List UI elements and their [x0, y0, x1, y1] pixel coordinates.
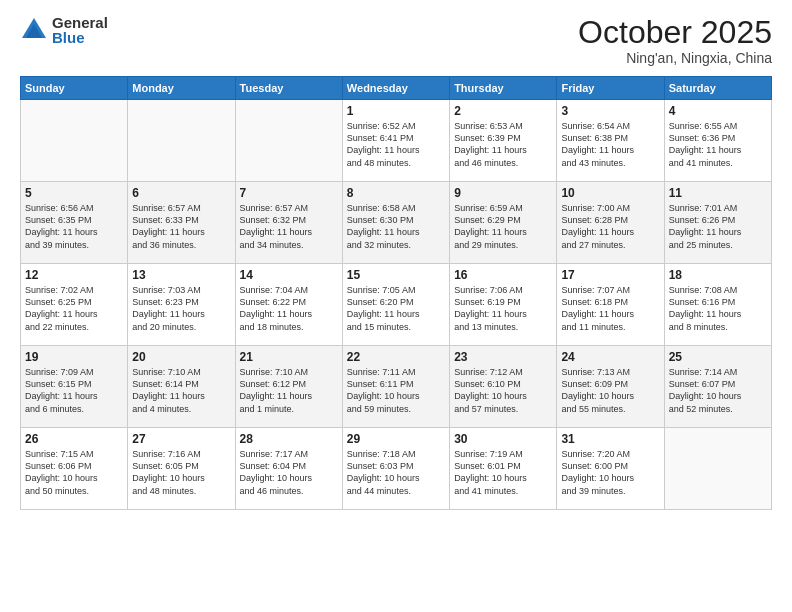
day-cell: 26Sunrise: 7:15 AM Sunset: 6:06 PM Dayli…	[21, 428, 128, 510]
day-number: 13	[132, 268, 230, 282]
day-number: 10	[561, 186, 659, 200]
day-cell: 23Sunrise: 7:12 AM Sunset: 6:10 PM Dayli…	[450, 346, 557, 428]
logo-icon	[20, 16, 48, 44]
day-number: 4	[669, 104, 767, 118]
day-number: 9	[454, 186, 552, 200]
day-info: Sunrise: 7:01 AM Sunset: 6:26 PM Dayligh…	[669, 202, 767, 251]
day-cell	[664, 428, 771, 510]
day-info: Sunrise: 7:02 AM Sunset: 6:25 PM Dayligh…	[25, 284, 123, 333]
logo-blue-label: Blue	[52, 30, 108, 45]
day-info: Sunrise: 7:07 AM Sunset: 6:18 PM Dayligh…	[561, 284, 659, 333]
day-number: 16	[454, 268, 552, 282]
header-day-thursday: Thursday	[450, 77, 557, 100]
day-number: 27	[132, 432, 230, 446]
day-info: Sunrise: 7:05 AM Sunset: 6:20 PM Dayligh…	[347, 284, 445, 333]
week-row-2: 5Sunrise: 6:56 AM Sunset: 6:35 PM Daylig…	[21, 182, 772, 264]
day-number: 28	[240, 432, 338, 446]
day-cell: 22Sunrise: 7:11 AM Sunset: 6:11 PM Dayli…	[342, 346, 449, 428]
day-cell: 8Sunrise: 6:58 AM Sunset: 6:30 PM Daylig…	[342, 182, 449, 264]
day-cell: 17Sunrise: 7:07 AM Sunset: 6:18 PM Dayli…	[557, 264, 664, 346]
day-number: 23	[454, 350, 552, 364]
day-info: Sunrise: 6:58 AM Sunset: 6:30 PM Dayligh…	[347, 202, 445, 251]
day-cell: 29Sunrise: 7:18 AM Sunset: 6:03 PM Dayli…	[342, 428, 449, 510]
day-number: 11	[669, 186, 767, 200]
header-row: SundayMondayTuesdayWednesdayThursdayFrid…	[21, 77, 772, 100]
day-number: 29	[347, 432, 445, 446]
header-day-sunday: Sunday	[21, 77, 128, 100]
day-cell: 5Sunrise: 6:56 AM Sunset: 6:35 PM Daylig…	[21, 182, 128, 264]
day-info: Sunrise: 7:13 AM Sunset: 6:09 PM Dayligh…	[561, 366, 659, 415]
day-info: Sunrise: 7:18 AM Sunset: 6:03 PM Dayligh…	[347, 448, 445, 497]
day-number: 22	[347, 350, 445, 364]
day-info: Sunrise: 7:12 AM Sunset: 6:10 PM Dayligh…	[454, 366, 552, 415]
day-cell: 13Sunrise: 7:03 AM Sunset: 6:23 PM Dayli…	[128, 264, 235, 346]
day-cell	[21, 100, 128, 182]
day-number: 26	[25, 432, 123, 446]
header-day-friday: Friday	[557, 77, 664, 100]
day-info: Sunrise: 6:59 AM Sunset: 6:29 PM Dayligh…	[454, 202, 552, 251]
day-cell: 20Sunrise: 7:10 AM Sunset: 6:14 PM Dayli…	[128, 346, 235, 428]
day-number: 14	[240, 268, 338, 282]
week-row-1: 1Sunrise: 6:52 AM Sunset: 6:41 PM Daylig…	[21, 100, 772, 182]
day-cell: 18Sunrise: 7:08 AM Sunset: 6:16 PM Dayli…	[664, 264, 771, 346]
header-day-monday: Monday	[128, 77, 235, 100]
day-number: 21	[240, 350, 338, 364]
day-cell: 9Sunrise: 6:59 AM Sunset: 6:29 PM Daylig…	[450, 182, 557, 264]
day-cell: 3Sunrise: 6:54 AM Sunset: 6:38 PM Daylig…	[557, 100, 664, 182]
week-row-5: 26Sunrise: 7:15 AM Sunset: 6:06 PM Dayli…	[21, 428, 772, 510]
day-number: 19	[25, 350, 123, 364]
day-cell: 30Sunrise: 7:19 AM Sunset: 6:01 PM Dayli…	[450, 428, 557, 510]
day-cell: 19Sunrise: 7:09 AM Sunset: 6:15 PM Dayli…	[21, 346, 128, 428]
week-row-3: 12Sunrise: 7:02 AM Sunset: 6:25 PM Dayli…	[21, 264, 772, 346]
day-cell: 21Sunrise: 7:10 AM Sunset: 6:12 PM Dayli…	[235, 346, 342, 428]
day-info: Sunrise: 7:16 AM Sunset: 6:05 PM Dayligh…	[132, 448, 230, 497]
day-cell: 10Sunrise: 7:00 AM Sunset: 6:28 PM Dayli…	[557, 182, 664, 264]
calendar-table: SundayMondayTuesdayWednesdayThursdayFrid…	[20, 76, 772, 510]
day-cell: 16Sunrise: 7:06 AM Sunset: 6:19 PM Dayli…	[450, 264, 557, 346]
day-info: Sunrise: 6:52 AM Sunset: 6:41 PM Dayligh…	[347, 120, 445, 169]
day-number: 20	[132, 350, 230, 364]
day-info: Sunrise: 6:57 AM Sunset: 6:33 PM Dayligh…	[132, 202, 230, 251]
day-info: Sunrise: 7:20 AM Sunset: 6:00 PM Dayligh…	[561, 448, 659, 497]
day-number: 2	[454, 104, 552, 118]
day-number: 6	[132, 186, 230, 200]
day-info: Sunrise: 7:14 AM Sunset: 6:07 PM Dayligh…	[669, 366, 767, 415]
day-cell: 1Sunrise: 6:52 AM Sunset: 6:41 PM Daylig…	[342, 100, 449, 182]
day-info: Sunrise: 6:54 AM Sunset: 6:38 PM Dayligh…	[561, 120, 659, 169]
day-cell: 7Sunrise: 6:57 AM Sunset: 6:32 PM Daylig…	[235, 182, 342, 264]
day-number: 25	[669, 350, 767, 364]
day-info: Sunrise: 7:10 AM Sunset: 6:12 PM Dayligh…	[240, 366, 338, 415]
title-block: October 2025 Ning'an, Ningxia, China	[578, 15, 772, 66]
day-cell: 15Sunrise: 7:05 AM Sunset: 6:20 PM Dayli…	[342, 264, 449, 346]
day-info: Sunrise: 6:57 AM Sunset: 6:32 PM Dayligh…	[240, 202, 338, 251]
header: General Blue October 2025 Ning'an, Ningx…	[20, 15, 772, 66]
day-cell: 25Sunrise: 7:14 AM Sunset: 6:07 PM Dayli…	[664, 346, 771, 428]
day-number: 3	[561, 104, 659, 118]
header-day-wednesday: Wednesday	[342, 77, 449, 100]
day-cell: 2Sunrise: 6:53 AM Sunset: 6:39 PM Daylig…	[450, 100, 557, 182]
header-day-tuesday: Tuesday	[235, 77, 342, 100]
day-number: 7	[240, 186, 338, 200]
page: General Blue October 2025 Ning'an, Ningx…	[0, 0, 792, 612]
day-info: Sunrise: 7:09 AM Sunset: 6:15 PM Dayligh…	[25, 366, 123, 415]
day-info: Sunrise: 7:00 AM Sunset: 6:28 PM Dayligh…	[561, 202, 659, 251]
day-cell: 14Sunrise: 7:04 AM Sunset: 6:22 PM Dayli…	[235, 264, 342, 346]
day-cell: 27Sunrise: 7:16 AM Sunset: 6:05 PM Dayli…	[128, 428, 235, 510]
location: Ning'an, Ningxia, China	[578, 50, 772, 66]
day-number: 18	[669, 268, 767, 282]
day-cell: 6Sunrise: 6:57 AM Sunset: 6:33 PM Daylig…	[128, 182, 235, 264]
day-cell: 31Sunrise: 7:20 AM Sunset: 6:00 PM Dayli…	[557, 428, 664, 510]
day-info: Sunrise: 7:04 AM Sunset: 6:22 PM Dayligh…	[240, 284, 338, 333]
day-cell	[128, 100, 235, 182]
day-info: Sunrise: 7:08 AM Sunset: 6:16 PM Dayligh…	[669, 284, 767, 333]
day-cell: 11Sunrise: 7:01 AM Sunset: 6:26 PM Dayli…	[664, 182, 771, 264]
day-info: Sunrise: 7:06 AM Sunset: 6:19 PM Dayligh…	[454, 284, 552, 333]
day-number: 24	[561, 350, 659, 364]
day-cell	[235, 100, 342, 182]
day-cell: 24Sunrise: 7:13 AM Sunset: 6:09 PM Dayli…	[557, 346, 664, 428]
day-cell: 28Sunrise: 7:17 AM Sunset: 6:04 PM Dayli…	[235, 428, 342, 510]
month-title: October 2025	[578, 15, 772, 50]
day-info: Sunrise: 7:15 AM Sunset: 6:06 PM Dayligh…	[25, 448, 123, 497]
day-info: Sunrise: 7:03 AM Sunset: 6:23 PM Dayligh…	[132, 284, 230, 333]
day-info: Sunrise: 6:56 AM Sunset: 6:35 PM Dayligh…	[25, 202, 123, 251]
